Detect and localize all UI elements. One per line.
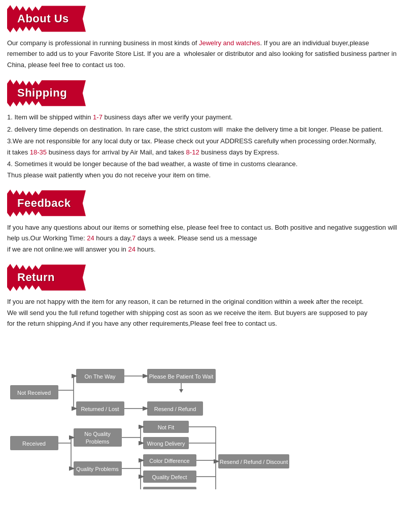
about-banner: About Us — [7, 5, 86, 33]
shipping-header: Shipping — [7, 79, 399, 107]
about-header: About Us — [7, 5, 399, 33]
about-section: About Us Our company is professional in … — [0, 5, 406, 70]
no-quality-label: No Quality — [84, 431, 111, 437]
feedback-paragraph: If you have any questions about our item… — [7, 222, 399, 255]
returned-lost-label: Returned / Lost — [81, 406, 119, 412]
shipping-item-4: 4. Sometimes it would be longer because … — [7, 159, 399, 180]
shipping-section: Shipping 1. Item will be shipped within … — [0, 79, 406, 180]
return-section: Return If you are not happy with the ite… — [0, 264, 406, 329]
color-difference-label: Color Difference — [149, 458, 189, 464]
shipping-item-3: 3.We are not responsible for any local d… — [7, 136, 399, 158]
flowchart-section: Not Received On The Way Returned / Lost … — [0, 345, 406, 499]
not-fit-label: Not Fit — [158, 424, 174, 430]
about-paragraph: Our company is professional in running b… — [7, 38, 399, 70]
quality-problems-label: Quality Problems — [76, 466, 119, 472]
on-the-way-label: On The Way — [84, 373, 116, 380]
feedback-section: Feedback If you have any questions about… — [0, 190, 406, 255]
return-header: Return — [7, 264, 399, 291]
flowchart-svg: Not Received On The Way Returned / Lost … — [10, 355, 396, 489]
feedback-days: 7 — [132, 234, 136, 242]
damage-box — [143, 487, 196, 489]
return-title: Return — [13, 269, 59, 286]
wrong-delivery-label: Wrong Delivery — [147, 441, 185, 447]
shipping-list: 1. Item will be shipped within 1-7 busin… — [7, 112, 399, 180]
no-quality-label2: Problems — [86, 439, 110, 445]
shipping-banner: Shipping — [7, 79, 86, 107]
feedback-hours2: 24 — [128, 245, 135, 253]
shipping-title: Shipping — [13, 84, 71, 102]
resend-refund-discount-label: Resend / Refund / Discount — [220, 459, 288, 465]
shipping-item-1: 1. Item will be shipped within 1-7 busin… — [7, 112, 399, 122]
about-title: About Us — [13, 10, 73, 27]
received-label: Received — [22, 441, 46, 447]
shipping-item-2: 2. delivery time depends on destination.… — [7, 124, 399, 135]
not-received-label: Not Received — [17, 390, 51, 396]
airmail-days: 18-35 — [30, 148, 47, 156]
quality-defect-label: Quality Defect — [152, 474, 187, 480]
feedback-header: Feedback — [7, 190, 399, 217]
resend-refund-label: Resend / Refund — [154, 406, 196, 412]
feedback-title: Feedback — [13, 195, 75, 212]
please-be-patient-label: Please Be Patient To Wait — [149, 373, 214, 380]
feedback-hours1: 24 — [87, 234, 94, 242]
return-banner: Return — [7, 264, 86, 291]
down-arrow — [179, 389, 183, 393]
feedback-banner: Feedback — [7, 190, 86, 217]
express-days: 8-12 — [186, 148, 199, 156]
return-paragraph: If you are not happy with the item for a… — [7, 296, 399, 329]
shipping-days-highlight: 1-7 — [93, 113, 103, 121]
about-highlight: Jewelry and watches — [199, 39, 260, 47]
